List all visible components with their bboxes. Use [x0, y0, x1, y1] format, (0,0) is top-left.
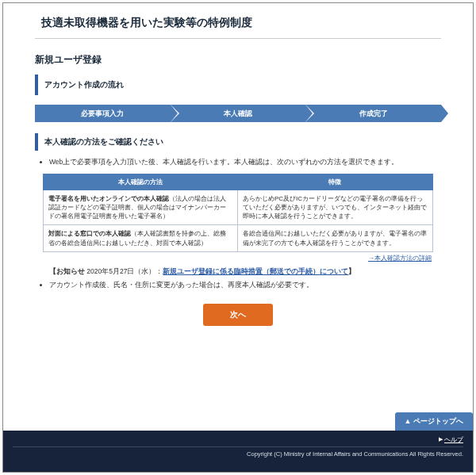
triangle-icon: ▶: [439, 436, 443, 442]
method-label: 電子署名を用いたオンラインでの本人確認: [48, 195, 169, 202]
flow-heading: アカウント作成の流れ: [35, 75, 441, 95]
method-label: 対面による窓口での本人確認: [48, 230, 131, 237]
methods-table: 本人確認の方法 特徴 電子署名を用いたオンラインでの本人確認（法人の場合は法人認…: [43, 174, 433, 252]
copyright: Copyright (C) Ministry of Internal Affai…: [13, 446, 463, 458]
page-title: 新規ユーザ登録: [35, 53, 441, 67]
flow-heading-label: アカウント作成の流れ: [44, 79, 435, 90]
feature-cell: 各総合通信局にお越しいただく必要がありますが、電子署名の準備が未完了の方でも本人…: [237, 225, 432, 251]
post-note: アカウント作成後、氏名・住所に変更があった場合は、再度本人確認が必要です。: [49, 280, 441, 290]
notice: 【お知らせ 2020年5月27日（水）：新規ユーザ登録に係る臨時措置（郵送での手…: [49, 267, 441, 277]
notice-prefix: 【お知らせ: [49, 267, 85, 275]
detail-link-row: →本人確認方法の詳細: [35, 254, 432, 262]
help-link[interactable]: ▶ヘルプ: [13, 435, 463, 446]
help-label: ヘルプ: [444, 436, 463, 443]
step-complete: 作成完了: [305, 105, 441, 122]
feature-cell: あらかじめPC及びICカードリーダなどの電子署名の準備を行っていただく必要があり…: [237, 190, 432, 225]
section-heading-label: 本人確認の方法をご確認ください: [44, 136, 435, 147]
table-row: 電子署名を用いたオンラインでの本人確認（法人の場合は法人認証カードなどの電子証明…: [44, 190, 433, 225]
progress-steps: 必要事項入力 本人確認 作成完了: [35, 105, 441, 122]
step-verify: 本人確認: [171, 105, 306, 122]
header: 技適未取得機器を用いた実験等の特例制度: [3, 3, 473, 35]
intro-text: Web上で必要事項を入力頂いた後、本人確認を行います。本人確認は、次のいずれかの…: [49, 157, 441, 167]
step-input: 必要事項入力: [35, 105, 171, 122]
th-method: 本人確認の方法: [44, 174, 238, 190]
notice-date: 2020年5月27日（水）: [85, 267, 155, 275]
next-button[interactable]: 次へ: [203, 304, 273, 326]
pagetop-button[interactable]: ▲ ページトップへ: [395, 412, 473, 431]
footer-bar: ▶ヘルプ Copyright (C) Ministry of Internal …: [3, 431, 473, 472]
detail-link[interactable]: →本人確認方法の詳細: [368, 255, 432, 262]
th-feature: 特徴: [237, 174, 432, 190]
section-heading: 本人確認の方法をご確認ください: [35, 133, 441, 151]
method-cell: 電子署名を用いたオンラインでの本人確認（法人の場合は法人認証カードなどの電子証明…: [44, 190, 238, 225]
method-cell: 対面による窓口での本人確認（本人確認書類を持参の上、総務省の各総合通信局にお越し…: [44, 225, 238, 251]
notice-link[interactable]: 新規ユーザ登録に係る臨時措置（郵送での手続）について: [163, 267, 348, 275]
table-row: 対面による窓口での本人確認（本人確認書類を持参の上、総務省の各総合通信局にお越し…: [44, 225, 433, 251]
site-title: 技適未取得機器を用いた実験等の特例制度: [41, 16, 473, 30]
notice-suffix: 】: [348, 267, 355, 275]
